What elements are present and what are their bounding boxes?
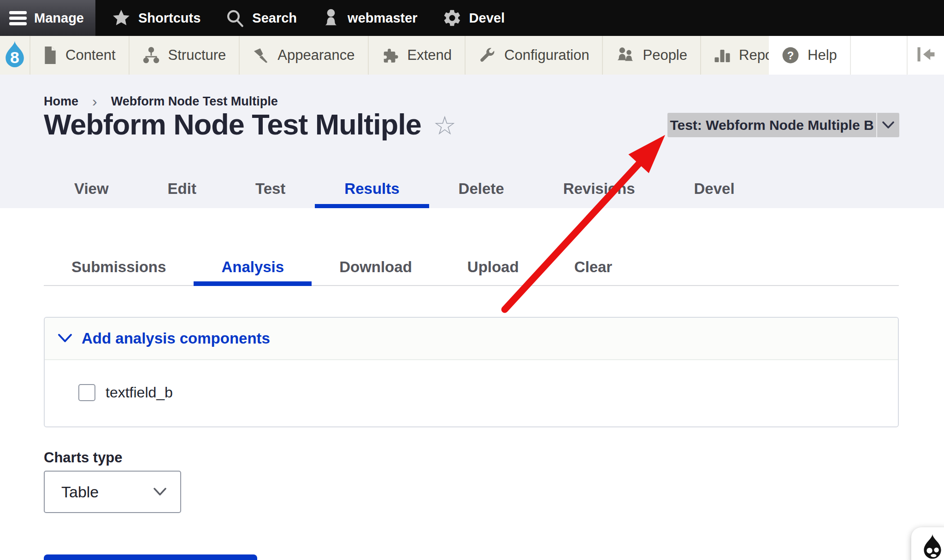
flag-star-icon[interactable]: ☆ bbox=[433, 113, 456, 139]
tab-label: Download bbox=[339, 258, 412, 275]
tab-label: Delete bbox=[459, 180, 504, 197]
drupal-admin-page: Manage Shortcuts Search webmaster Devel bbox=[0, 0, 944, 560]
tab-upload[interactable]: Upload bbox=[440, 251, 547, 285]
tab-label: Analysis bbox=[221, 258, 284, 275]
admin-item-shortcuts[interactable]: Shortcuts bbox=[99, 0, 213, 36]
toolbar-item-label: Appearance bbox=[277, 47, 354, 64]
tab-download[interactable]: Download bbox=[312, 251, 440, 285]
toolbar-collapse-button[interactable] bbox=[908, 36, 944, 75]
textfield-b-checkbox[interactable] bbox=[78, 384, 95, 401]
panel-body: textfield_b bbox=[45, 360, 898, 401]
admin-item-label: Shortcuts bbox=[138, 11, 201, 26]
admin-item-user[interactable]: webmaster bbox=[309, 0, 430, 36]
svg-text:?: ? bbox=[787, 49, 794, 62]
toolbar-item-label: Extend bbox=[407, 47, 452, 64]
tab-label: Devel bbox=[694, 180, 735, 197]
toolbar-item-label: People bbox=[643, 47, 687, 64]
toolbar-item-help[interactable]: ? Help bbox=[769, 36, 851, 75]
sitemap-icon bbox=[142, 47, 160, 64]
tab-analysis[interactable]: Analysis bbox=[194, 251, 312, 285]
version-switcher-dropdown[interactable]: Test: Webform Node Multiple B bbox=[667, 113, 899, 137]
tab-clear[interactable]: Clear bbox=[547, 251, 640, 285]
search-icon bbox=[225, 8, 245, 28]
hamburger-icon bbox=[9, 11, 27, 25]
tab-devel[interactable]: Devel bbox=[665, 173, 764, 208]
chevron-down-icon bbox=[876, 113, 899, 137]
breadcrumb-current: Webform Node Test Multiple bbox=[111, 94, 278, 109]
tab-label: Revisions bbox=[563, 180, 635, 197]
puzzle-icon bbox=[382, 47, 399, 64]
panel-header-toggle[interactable]: Add analysis components bbox=[45, 318, 898, 360]
charts-type-label: Charts type bbox=[44, 449, 123, 466]
toolbar-item-label: Configuration bbox=[504, 47, 589, 64]
toolbar-item-label: Content bbox=[65, 47, 116, 64]
tab-label: Submissions bbox=[71, 258, 166, 275]
version-switcher-label: Test: Webform Node Multiple B bbox=[667, 113, 876, 137]
drupal-float-button[interactable] bbox=[911, 527, 944, 560]
gear-icon bbox=[442, 8, 462, 28]
tab-label: Results bbox=[344, 180, 399, 197]
title-row: Webform Node Test Multiple ☆ bbox=[44, 108, 456, 141]
breadcrumb-separator: › bbox=[92, 95, 97, 108]
toolbar-item-extend[interactable]: Extend bbox=[369, 36, 466, 75]
update-submit-button[interactable] bbox=[44, 554, 257, 560]
chevron-down-icon bbox=[58, 333, 72, 344]
checkbox-label: textfield_b bbox=[106, 384, 173, 401]
help-icon: ? bbox=[782, 47, 799, 64]
tab-label: Clear bbox=[574, 258, 613, 275]
charts-type-select[interactable]: Table bbox=[44, 471, 181, 513]
chevron-down-icon bbox=[153, 488, 166, 496]
analysis-components-panel: Add analysis components textfield_b bbox=[44, 317, 899, 427]
toolbar-item-configuration[interactable]: Configuration bbox=[466, 36, 603, 75]
admin-menu-toolbar: 8 Content Structure Appearance bbox=[0, 36, 944, 75]
tab-test[interactable]: Test bbox=[226, 173, 315, 208]
tab-label: View bbox=[74, 180, 109, 197]
active-tab-underline bbox=[315, 204, 429, 208]
tab-results[interactable]: Results bbox=[315, 173, 429, 208]
active-tab-underline bbox=[194, 281, 312, 286]
document-icon bbox=[43, 47, 57, 64]
drupal-droplet-icon bbox=[919, 533, 944, 560]
primary-tabs: View Edit Test Results Delete Revisions … bbox=[45, 173, 764, 208]
toolbar-item-people[interactable]: People bbox=[603, 36, 701, 75]
admin-item-label: Manage bbox=[34, 11, 84, 26]
drupal-logo[interactable]: 8 bbox=[0, 36, 30, 75]
wrench-icon bbox=[478, 47, 496, 64]
admin-item-label: webmaster bbox=[348, 11, 418, 26]
toolbar-item-label: Help bbox=[808, 47, 837, 64]
tab-label: Edit bbox=[168, 180, 196, 197]
tab-edit[interactable]: Edit bbox=[138, 173, 226, 208]
user-icon bbox=[322, 8, 340, 28]
select-value: Table bbox=[61, 483, 153, 501]
toolbar-item-label: Structure bbox=[168, 47, 226, 64]
people-icon bbox=[616, 47, 634, 64]
page-title: Webform Node Test Multiple bbox=[44, 108, 421, 141]
svg-text:8: 8 bbox=[10, 48, 19, 67]
breadcrumb-home-link[interactable]: Home bbox=[44, 94, 78, 109]
bar-chart-icon bbox=[714, 47, 731, 64]
toolbar-item-structure[interactable]: Structure bbox=[130, 36, 240, 75]
toolbar-spacer bbox=[851, 36, 908, 75]
admin-item-label: Devel bbox=[469, 11, 505, 26]
panel-title: Add analysis components bbox=[82, 330, 270, 347]
tab-delete[interactable]: Delete bbox=[429, 173, 534, 208]
toolbar-group: 8 Content Structure Appearance bbox=[0, 36, 769, 75]
secondary-tabs: Submissions Analysis Download Upload Cle… bbox=[44, 251, 899, 286]
admin-item-devel[interactable]: Devel bbox=[430, 0, 517, 36]
admin-item-manage[interactable]: Manage bbox=[0, 0, 95, 36]
toolbar-item-appearance[interactable]: Appearance bbox=[240, 36, 368, 75]
star-icon bbox=[112, 8, 131, 28]
component-checkbox-row: textfield_b bbox=[78, 384, 898, 401]
tab-revisions[interactable]: Revisions bbox=[534, 173, 665, 208]
collapse-left-icon bbox=[917, 46, 935, 64]
admin-item-label: Search bbox=[252, 11, 297, 26]
tab-label: Test bbox=[255, 180, 285, 197]
page-header-region: Home › Webform Node Test Multiple Webfor… bbox=[0, 75, 944, 208]
admin-item-search[interactable]: Search bbox=[213, 0, 309, 36]
toolbar-item-content[interactable]: Content bbox=[30, 36, 130, 75]
tab-view[interactable]: View bbox=[45, 173, 138, 208]
tab-submissions[interactable]: Submissions bbox=[44, 251, 194, 285]
admin-toolbar: Manage Shortcuts Search webmaster Devel bbox=[0, 0, 944, 36]
tab-label: Upload bbox=[467, 258, 519, 275]
breadcrumb: Home › Webform Node Test Multiple bbox=[44, 94, 278, 109]
